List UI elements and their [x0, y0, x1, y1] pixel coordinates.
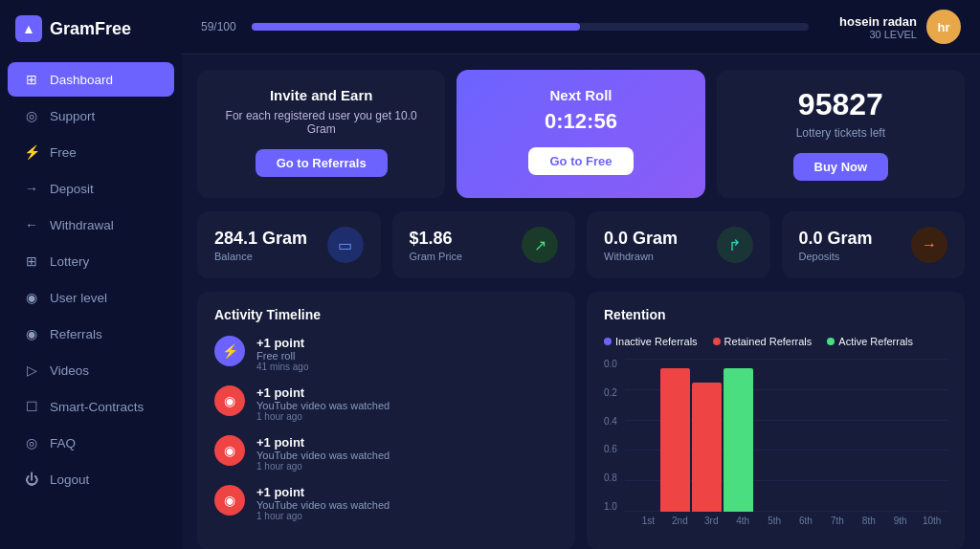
- invite-card-title: Invite and Earn: [216, 87, 426, 103]
- sidebar-item-free[interactable]: ⚡ Free: [8, 135, 174, 169]
- y-label: 0.8: [604, 472, 617, 483]
- dashboard-icon: ⊞: [23, 71, 40, 88]
- sidebar-item-support[interactable]: ◎ Support: [8, 99, 174, 133]
- deposits-label: Deposits: [799, 251, 873, 262]
- chart-col: [660, 368, 690, 512]
- free-icon: ⚡: [23, 143, 40, 161]
- logo-icon: ▲: [15, 15, 42, 42]
- activity-icon: ◉: [214, 385, 245, 416]
- withdrawn-value: 0.0 Gram: [604, 229, 678, 249]
- gram-price-icon: ↗: [522, 227, 558, 263]
- legend-dot: [604, 338, 612, 345]
- logo-text: GramFree: [50, 19, 131, 39]
- sidebar-item-userlevel[interactable]: ◉ User level: [8, 280, 174, 315]
- activity-text: +1 point YouTube video was watched 1 hou…: [256, 485, 390, 521]
- activity-point: +1 point: [256, 485, 390, 499]
- chart-area: 1.00.80.60.40.20.0: [604, 359, 947, 512]
- go-to-referrals-button[interactable]: Go to Referrals: [256, 149, 388, 177]
- bottom-row: Activity Timeline ⚡ +1 point Free roll 4…: [197, 292, 965, 549]
- x-label: 8th: [853, 516, 884, 526]
- sidebar-item-dashboard[interactable]: ⊞ Dashboard: [8, 62, 174, 97]
- x-label: 1st: [633, 516, 664, 526]
- progress-bar-container: [252, 23, 809, 31]
- activity-time: 1 hour ago: [256, 461, 390, 472]
- sidebar-item-logout[interactable]: ⏻ Logout: [8, 462, 174, 496]
- activity-desc: YouTube video was watched: [256, 450, 390, 461]
- bar-active: [724, 368, 753, 512]
- sidebar-item-label: Free: [50, 145, 77, 160]
- sidebar-item-withdrawal[interactable]: ← Withdrawal: [8, 208, 174, 242]
- deposits-value: 0.0 Gram: [799, 229, 873, 249]
- legend-dot: [713, 338, 721, 345]
- invite-card-subtitle: For each registered user you get 10.0 Gr…: [216, 109, 426, 136]
- legend-item: Active Referrals: [827, 336, 913, 347]
- retention-panel: Retention Inactive ReferralsRetained Ref…: [587, 292, 965, 549]
- stat-withdrawn: 0.0 Gram Withdrawn ↱: [587, 211, 770, 278]
- buy-now-button[interactable]: Buy Now: [793, 153, 889, 181]
- legend-item: Retained Referrals: [713, 336, 813, 347]
- activity-icon: ⚡: [214, 336, 245, 366]
- cards-row: Invite and Earn For each registered user…: [197, 70, 965, 198]
- x-label: 10th: [916, 516, 947, 526]
- bar-retained: [692, 383, 722, 512]
- activity-time: 41 mins ago: [256, 362, 308, 372]
- sidebar-item-label: Referrals: [50, 327, 102, 341]
- sidebar-item-faq[interactable]: ◎ FAQ: [8, 426, 174, 460]
- chart-legend: Inactive ReferralsRetained ReferralsActi…: [604, 336, 947, 347]
- sidebar-item-smart-contracts[interactable]: ☐ Smart-Contracts: [8, 389, 174, 424]
- lottery-icon: ⊞: [23, 253, 40, 270]
- retention-title: Retention: [604, 307, 947, 322]
- smart-contracts-icon: ☐: [23, 398, 40, 415]
- balance-icon: ▭: [327, 227, 364, 263]
- y-label: 0.4: [604, 416, 617, 427]
- sidebar-item-label: Videos: [50, 363, 89, 378]
- sidebar: ▲ GramFree ⊞ Dashboard ◎ Support ⚡ Free …: [0, 0, 182, 549]
- activity-desc: Free roll: [256, 350, 308, 362]
- progress-bar-fill: [252, 23, 581, 31]
- lottery-subtitle: Lottery tickets left: [736, 126, 946, 140]
- user-name-block: hosein radan 30 LEVEL: [839, 14, 917, 40]
- x-label: 3rd: [696, 516, 727, 526]
- y-label: 0.2: [604, 387, 617, 398]
- x-label: 4th: [727, 516, 759, 526]
- sidebar-logo: ▲ GramFree: [0, 15, 182, 61]
- sidebar-item-label: Deposit: [50, 182, 94, 196]
- sidebar-item-lottery[interactable]: ⊞ Lottery: [8, 244, 174, 278]
- x-label: 2nd: [664, 516, 696, 526]
- activity-point: +1 point: [256, 336, 308, 350]
- main-content: 59/100 hosein radan 30 LEVEL hr Invite a…: [182, 0, 980, 549]
- y-label: 0.0: [604, 359, 617, 369]
- activity-item: ◉ +1 point YouTube video was watched 1 h…: [214, 435, 558, 472]
- sidebar-item-deposit[interactable]: → Deposit: [8, 171, 174, 206]
- user-name-text: hosein radan: [839, 14, 917, 29]
- activity-time: 1 hour ago: [256, 411, 390, 422]
- lottery-card: 95827 Lottery tickets left Buy Now: [717, 70, 965, 198]
- gram-price-value: $1.86: [410, 229, 463, 249]
- activity-text: +1 point YouTube video was watched 1 hou…: [256, 385, 390, 422]
- sidebar-item-label: Withdrawal: [50, 218, 114, 232]
- next-roll-timer: 0:12:56: [476, 109, 685, 134]
- activity-item: ⚡ +1 point Free roll 41 mins ago: [214, 336, 558, 372]
- x-label: 6th: [791, 516, 822, 526]
- x-label: 9th: [884, 516, 916, 526]
- sidebar-item-label: User level: [50, 291, 107, 305]
- invite-card: Invite and Earn For each registered user…: [197, 70, 445, 198]
- legend-item: Inactive Referrals: [604, 336, 698, 347]
- stats-row: 284.1 Gram Balance ▭ $1.86 Gram Price ↗ …: [197, 211, 965, 278]
- sidebar-item-label: Support: [50, 109, 95, 123]
- go-to-free-button[interactable]: Go to Free: [528, 147, 633, 175]
- sidebar-item-referrals[interactable]: ◉ Referrals: [8, 317, 174, 351]
- topbar: 59/100 hosein radan 30 LEVEL hr: [182, 0, 980, 55]
- chart-x-labels: 1st2nd3rd4th5th6th7th8th9th10th: [604, 516, 947, 526]
- chart-columns: [625, 359, 947, 512]
- activity-text: +1 point YouTube video was watched 1 hou…: [256, 435, 390, 472]
- sidebar-item-videos[interactable]: ▷ Videos: [8, 353, 174, 387]
- sidebar-item-label: Dashboard: [50, 73, 113, 87]
- next-roll-title: Next Roll: [476, 87, 685, 103]
- stat-balance: 284.1 Gram Balance ▭: [197, 211, 381, 278]
- activity-item: ◉ +1 point YouTube video was watched 1 h…: [214, 385, 558, 422]
- chart-col: [724, 368, 753, 512]
- activity-title: Activity Timeline: [214, 307, 558, 322]
- x-label: 5th: [759, 516, 791, 526]
- sidebar-item-label: FAQ: [50, 436, 76, 450]
